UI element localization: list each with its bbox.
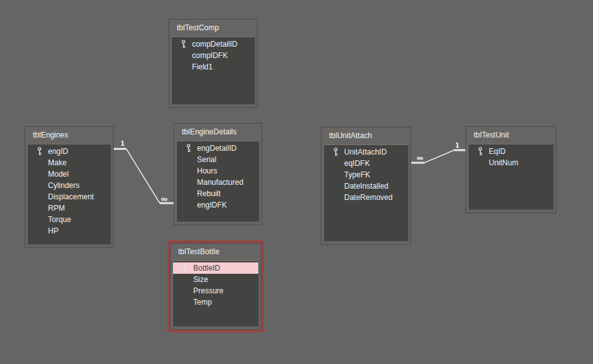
field-name: Displacement <box>48 192 94 201</box>
table-field-list: BottleID Size Pressure Temp <box>172 261 259 327</box>
field-name: Torque <box>48 215 71 224</box>
table-tblTestBottle[interactable]: tblTestBottle BottleID Size Pressure <box>170 243 261 330</box>
field-row-Torque[interactable]: Torque <box>28 214 111 225</box>
field-row-DateRemoved[interactable]: DateRemoved <box>324 192 408 203</box>
field-name: UnitNum <box>489 158 518 167</box>
table-title[interactable]: tblTestComp <box>169 20 257 37</box>
field-row-Displacement[interactable]: Displacement <box>28 191 111 203</box>
table-tblEngines[interactable]: tblEngines engID Make Model <box>25 126 114 248</box>
table-tblTestComp[interactable]: tblTestComp compDetailID compIDFK Field1 <box>169 19 258 108</box>
field-name: UnitAttachID <box>344 148 386 156</box>
field-row-Field1[interactable]: Field1 <box>172 61 255 73</box>
field-name: Make <box>48 158 66 167</box>
table-title[interactable]: tblEngineDetails <box>174 124 261 141</box>
table-field-list: compDetailID compIDFK Field1 <box>171 37 255 105</box>
field-name: DateRemoved <box>344 193 393 202</box>
primary-key-icon <box>186 144 191 153</box>
field-row-Cylinders[interactable]: Cylinders <box>28 180 111 191</box>
cardinality-label: 1 <box>455 142 459 149</box>
field-name: Temp <box>193 298 212 307</box>
primary-key-icon <box>477 147 483 156</box>
table-tblEngineDetails[interactable]: tblEngineDetails engDetailID Serial Hour… <box>174 123 262 225</box>
field-row-Rebuilt[interactable]: Rebuilt <box>177 188 259 199</box>
field-row-BottleID[interactable]: BottleID <box>173 262 258 274</box>
field-name: Hours <box>197 167 217 175</box>
field-row-UnitNum[interactable]: UnitNum <box>469 157 553 168</box>
field-name: RPM <box>48 204 65 213</box>
table-field-list: engID Make Model Cylinders <box>27 144 111 245</box>
table-title[interactable]: tblUnitAttach <box>321 127 410 144</box>
table-title[interactable]: tblTestUnit <box>466 127 556 144</box>
field-name: compDetailID <box>192 40 237 49</box>
field-name: Manufactured <box>197 178 243 187</box>
field-row-compDetailID[interactable]: compDetailID <box>172 38 255 50</box>
field-row-Make[interactable]: Make <box>28 157 111 168</box>
field-name: Serial <box>197 155 217 164</box>
field-name: engDetailID <box>197 144 237 153</box>
field-name: Size <box>193 275 208 284</box>
field-row-RPM[interactable]: RPM <box>28 203 111 214</box>
field-name: engIDFK <box>197 201 227 209</box>
field-row-engIDFK[interactable]: engIDFK <box>177 199 259 211</box>
field-name: Rebuilt <box>197 189 220 198</box>
field-row-engDetailID[interactable]: engDetailID <box>177 143 259 154</box>
field-row-EqID[interactable]: EqID <box>469 146 553 157</box>
field-name: TypeFK <box>344 170 370 179</box>
relationship-line-tblUnitAttach-tblTestUnit[interactable] <box>424 150 454 163</box>
table-field-list: EqID UnitNum <box>468 144 554 210</box>
field-name: Field1 <box>192 62 213 71</box>
field-row-Size[interactable]: Size <box>173 274 258 285</box>
cardinality-label: ∞ <box>417 155 423 161</box>
field-row-Model[interactable]: Model <box>28 168 111 180</box>
field-row-Serial[interactable]: Serial <box>177 154 259 165</box>
field-row-UnitAttachID[interactable]: UnitAttachID <box>324 146 408 158</box>
field-name: Cylinders <box>48 181 80 190</box>
field-name: compIDFK <box>192 51 228 60</box>
field-name: HP <box>48 226 59 235</box>
table-field-list: engDetailID Serial Hours Manufactured <box>176 141 260 222</box>
field-row-eqIDFK[interactable]: eqIDFK <box>324 158 408 169</box>
field-row-Hours[interactable]: Hours <box>177 165 259 177</box>
field-name: engID <box>48 147 68 156</box>
field-row-Temp[interactable]: Temp <box>173 296 258 308</box>
field-name: EqID <box>489 147 506 156</box>
table-tblTestUnit[interactable]: tblTestUnit EqID UnitNum <box>465 126 556 213</box>
field-row-DateInstalled[interactable]: DateInstalled <box>324 180 408 192</box>
field-name: BottleID <box>193 264 220 273</box>
field-name: Model <box>48 170 69 179</box>
field-name: DateInstalled <box>344 182 388 191</box>
primary-key-icon <box>37 147 42 156</box>
field-name: eqIDFK <box>344 159 370 168</box>
primary-key-icon <box>182 264 188 273</box>
relationship-line-tblEngines-tblEngineDetails[interactable] <box>126 149 160 203</box>
field-row-HP[interactable]: HP <box>28 225 111 237</box>
cardinality-label: 1 <box>121 140 124 147</box>
table-title[interactable]: tblEngines <box>25 127 113 144</box>
table-tblUnitAttach[interactable]: tblUnitAttach UnitAttachID eqIDFK TypeFK <box>321 127 411 245</box>
field-name: Pressure <box>193 286 224 295</box>
primary-key-icon <box>181 40 186 49</box>
relationships-canvas: tblTestComp compDetailID compIDFK Field1… <box>0 0 593 364</box>
field-row-Pressure[interactable]: Pressure <box>173 285 258 296</box>
primary-key-icon <box>333 148 338 156</box>
field-row-TypeFK[interactable]: TypeFK <box>324 169 408 180</box>
field-row-engID[interactable]: engID <box>28 146 111 157</box>
table-title[interactable]: tblTestBottle <box>171 244 261 261</box>
cardinality-label: ∞ <box>161 196 167 203</box>
table-field-list: UnitAttachID eqIDFK TypeFK DateInstalled <box>323 144 409 242</box>
field-row-Manufactured[interactable]: Manufactured <box>177 177 259 188</box>
field-row-compIDFK[interactable]: compIDFK <box>172 50 255 61</box>
